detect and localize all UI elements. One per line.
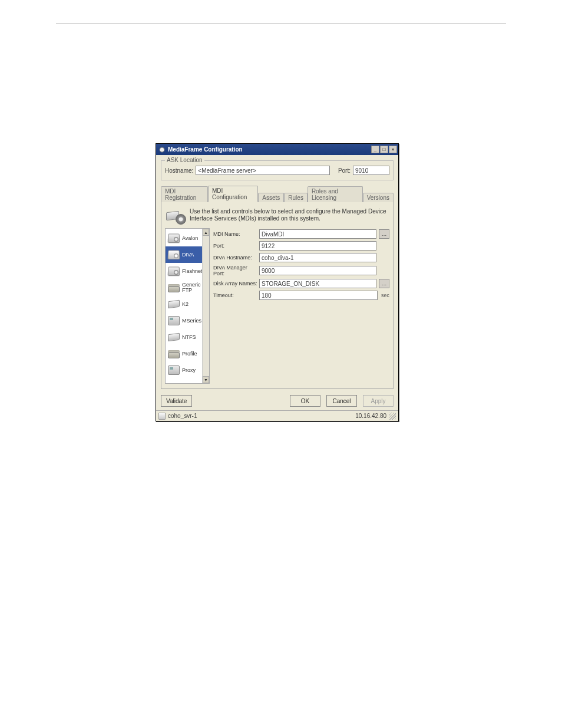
sidebar-item-label: Flashnet [182,268,203,274]
stack-icon [168,286,180,292]
titlebar[interactable]: MediaFrame Configuration _ □ × [156,144,398,155]
device-icon [168,316,180,325]
apply-button[interactable]: Apply [363,395,394,407]
status-bar: coho_svr-1 10.16.42.80 [156,410,398,421]
disk-array-browse-button[interactable]: … [379,279,389,288]
sidebar-item-label: MSeries [182,318,201,324]
status-icon [158,413,166,420]
validate-button[interactable]: Validate [161,395,192,407]
tabs: MDI Registration MDI Configuration Asset… [161,185,394,389]
timeout-unit: sec [381,292,389,298]
scroll-down-icon[interactable]: ▼ [203,376,209,383]
hostname-input[interactable] [196,166,330,175]
window-title: MediaFrame Configuration [168,146,243,153]
diva-hostname-input[interactable] [259,253,376,262]
ok-button[interactable]: OK [290,395,320,407]
cancel-button[interactable]: Cancel [326,395,357,407]
minimize-button[interactable]: _ [371,146,379,153]
diva-manager-port-input[interactable] [259,266,376,275]
disk-array-names-input[interactable] [259,279,376,288]
tabpanel-mdi-configuration: Use the list and controls below to selec… [161,202,394,389]
device-icon [168,365,180,375]
server-icon [168,250,180,259]
tab-rules[interactable]: Rules [284,193,308,202]
mdi-name-browse-button[interactable]: … [379,229,389,239]
drive-icon [168,333,180,342]
ask-port-input[interactable] [353,166,389,175]
mdi-config-form: MDI Name: … Port: DIVA Hostname: [212,228,389,384]
mdi-name-label: MDI Name: [213,231,259,237]
ask-location-legend: ASK Location [165,157,204,163]
drive-icon [168,300,180,309]
sidebar-item-label: Avalon [182,235,198,241]
dialog-buttons: Validate OK Cancel Apply [156,390,398,410]
disk-array-names-label: Disk Array Names: [213,281,259,286]
sidebar-item-label: Proxy [182,367,196,373]
timeout-label: Timeout: [213,292,259,298]
sidebar-scrollbar[interactable]: ▲ ▼ [202,229,209,383]
ask-location-group: ASK Location Hostname: Port: [161,160,394,180]
sidebar-item-label: DIVA [182,252,194,258]
mdi-type-list[interactable]: Avalon DIVA Flashnet [165,228,210,384]
tab-mdi-registration[interactable]: MDI Registration [161,186,208,202]
page-header-rule [56,24,506,24]
maximize-button[interactable]: □ [380,146,388,153]
server-icon [168,233,180,243]
status-host: coho_svr-1 [168,413,197,419]
sidebar-item-label: NTFS [182,334,196,340]
mdi-port-input[interactable] [259,241,376,251]
server-icon [168,266,180,276]
stack-icon [168,353,180,358]
sidebar-item-label: Profile [182,351,197,357]
tab-roles-licensing[interactable]: Roles and Licensing [308,186,363,202]
mdi-name-input[interactable] [259,229,376,239]
close-button[interactable]: × [389,146,397,153]
panel-description: Use the list and controls below to selec… [190,208,388,223]
mdi-port-label: Port: [213,243,259,249]
tab-mdi-configuration[interactable]: MDI Configuration [208,186,258,202]
scroll-up-icon[interactable]: ▲ [203,229,209,236]
status-ip: 10.16.42.80 [355,413,386,419]
port-label: Port: [338,167,351,174]
mediaframe-config-window: MediaFrame Configuration _ □ × ASK Locat… [156,143,399,421]
mdi-services-icon [166,207,185,223]
app-icon [158,146,166,153]
timeout-input[interactable] [259,291,378,300]
diva-hostname-label: DIVA Hostname: [213,255,259,261]
hostname-label: Hostname: [165,167,193,174]
tab-assets[interactable]: Assets [258,193,284,202]
tabstrip: MDI Registration MDI Configuration Asset… [161,185,394,202]
sidebar-item-label: K2 [182,301,189,307]
diva-manager-port-label: DIVA Manager Port: [213,265,259,276]
resize-grip-icon[interactable] [389,413,396,420]
tab-versions[interactable]: Versions [363,193,394,202]
